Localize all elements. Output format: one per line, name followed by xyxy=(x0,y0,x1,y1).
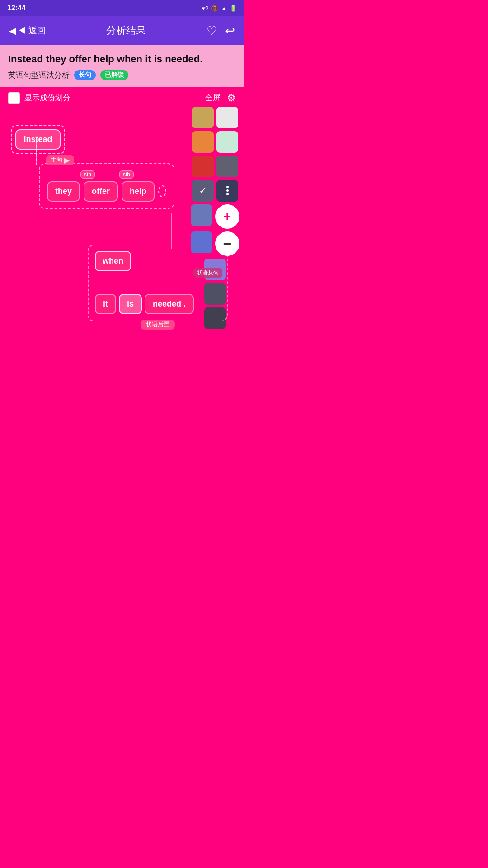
share-icon[interactable]: ↪ xyxy=(225,24,235,38)
back-button[interactable]: ◀ ◀ 返回 xyxy=(9,25,46,37)
show-divisions-label: 显示成份划分 xyxy=(24,93,70,103)
word-when[interactable]: when xyxy=(95,251,131,271)
sth-tag-1: sth xyxy=(80,170,95,179)
sentence-banner: Instead they offer help when it is neede… xyxy=(0,45,244,87)
toolbar-right: 全屏 ⚙ xyxy=(205,92,236,104)
header-actions: ♡ ↪ xyxy=(206,24,235,38)
word-they[interactable]: they xyxy=(47,181,80,202)
battery-icon: 🔋 xyxy=(230,5,237,12)
main-words-row: they offer help xyxy=(47,181,166,202)
back-label: ◀ 返回 xyxy=(18,25,46,37)
fullscreen-label[interactable]: 全屏 xyxy=(205,93,221,103)
status-bar: 12:44 ▾? 📵 ▲ 🔋 xyxy=(0,0,244,16)
adv-clause-label: 状语从句 xyxy=(193,268,222,278)
sentence-text: Instead they offer help when it is neede… xyxy=(8,52,236,66)
main-clause-group: 主句 ▶ sth sth they offer help xyxy=(39,163,174,209)
word-help[interactable]: help xyxy=(122,181,155,202)
arrow-right-icon: ▶ xyxy=(64,156,70,165)
toolbar-row: 显示成份划分 全屏 ⚙ xyxy=(0,87,244,107)
connector-help-when xyxy=(171,213,172,249)
position-label: 状语后置 xyxy=(141,320,175,330)
sth-labels-row: sth sth xyxy=(47,170,166,179)
word-offer[interactable]: offer xyxy=(84,181,118,202)
page-title: 分析结果 xyxy=(106,24,146,38)
favorite-icon[interactable]: ♡ xyxy=(206,24,217,38)
main-content: ✓ + − Instead xyxy=(0,107,244,446)
header: ◀ ◀ 返回 分析结果 ♡ ↪ xyxy=(0,16,244,45)
main-clause-label: 主句 ▶ xyxy=(46,155,74,165)
sentence-meta: 英语句型语法分析 长句 已解锁 xyxy=(8,70,236,80)
main-clause-label-text: 主句 xyxy=(51,156,62,164)
badge-unlocked: 已解锁 xyxy=(100,70,128,80)
data-icon: ▲ xyxy=(221,5,227,12)
status-time: 12:44 xyxy=(7,4,26,12)
badge-long-sentence: 长句 xyxy=(74,70,96,80)
instead-word[interactable]: Instead xyxy=(15,129,61,150)
back-arrow-icon: ◀ xyxy=(9,25,16,36)
when-group: when 状语从句 it is needed . 状语后置 xyxy=(88,245,228,321)
settings-icon[interactable]: ⚙ xyxy=(227,92,236,104)
checkbox-label[interactable]: 显示成份划分 xyxy=(8,92,70,104)
connector-vertical xyxy=(36,141,37,165)
word-it[interactable]: it xyxy=(95,294,116,314)
signal-icon: 📵 xyxy=(211,5,218,12)
wifi-icon: ▾? xyxy=(202,5,208,12)
circle-dashed xyxy=(158,185,166,197)
show-divisions-checkbox[interactable] xyxy=(8,92,20,104)
diagram: Instead 主句 ▶ sth sth they offer help xyxy=(6,116,238,432)
instead-container: Instead xyxy=(11,125,65,154)
word-needed[interactable]: needed . xyxy=(145,294,194,314)
bottom-words-row: it is needed . xyxy=(95,294,221,314)
status-icons: ▾? 📵 ▲ 🔋 xyxy=(202,5,237,12)
grammar-label: 英语句型语法分析 xyxy=(8,70,70,80)
sth-tag-2: sth xyxy=(119,170,134,179)
word-is[interactable]: is xyxy=(119,294,142,314)
